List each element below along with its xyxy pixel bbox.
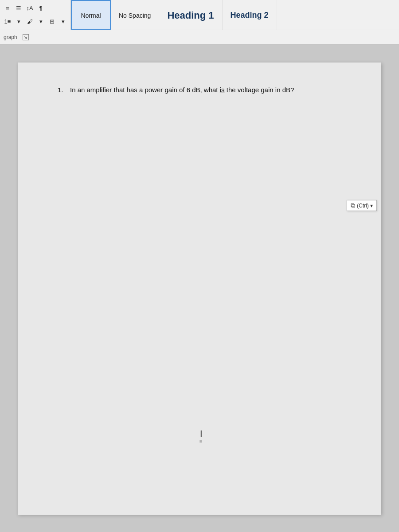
paste-tooltip-label: (Ctrl) ▾ [357,203,373,209]
style-normal-label: Normal [81,12,101,19]
expand-paragraph-icon[interactable]: ↘ [23,34,29,40]
question-1: 1. In an amplifier that has a power gain… [58,85,350,95]
align-center-icon[interactable]: ☰ [14,3,23,13]
sort-icon[interactable]: ↕A [25,3,35,13]
paragraph-label: graph [4,34,17,40]
ribbon-bottom-left: graph ↘ [4,34,29,40]
document-area: 1. In an amplifier that has a power gain… [0,45,399,532]
cursor-area: I ≡ [200,429,203,444]
dropdown-arrow-1[interactable]: ▾ [14,17,23,27]
style-heading2-button[interactable]: Heading 2 [223,0,277,30]
style-heading1-button[interactable]: Heading 1 [159,0,222,30]
style-heading1-label: Heading 1 [167,10,214,21]
tool-row-1: ≡ ☰ ↕A ¶ [3,3,68,13]
expand-arrow: ↘ [24,35,27,39]
paste-icon: ⧉ [351,202,355,209]
style-no-spacing-button[interactable]: No Spacing [111,0,159,30]
align-left-icon[interactable]: ≡ [3,3,12,13]
style-no-spacing-label: No Spacing [119,12,151,19]
ribbon: ≡ ☰ ↕A ¶ 1≡ ▾ 🖌 ▾ ⊞ ▾ Normal No Spacing [0,0,399,45]
highlight-icon[interactable]: 🖌 [25,17,35,27]
question-number: 1. [58,85,66,95]
underline-is: is [220,86,225,94]
dropdown-arrow-2[interactable]: ▾ [36,17,46,27]
styles-section: Normal No Spacing Heading 1 Heading 2 [70,0,399,30]
pilcrow-icon[interactable]: ¶ [36,3,46,13]
table-icon[interactable]: ⊞ [47,17,57,27]
document-page[interactable]: 1. In an amplifier that has a power gain… [18,63,381,515]
text-cursor-icon: I [200,429,203,439]
style-heading2-label: Heading 2 [231,11,269,20]
ribbon-bottom: graph ↘ Styles [0,30,399,44]
doc-content: 1. In an amplifier that has a power gain… [58,85,350,95]
question-text: In an amplifier that has a power gain of… [70,85,294,95]
ribbon-top: ≡ ☰ ↕A ¶ 1≡ ▾ 🖌 ▾ ⊞ ▾ Normal No Spacing [0,0,399,30]
line-spacing-icon[interactable]: 1≡ [3,17,12,27]
dropdown-arrow-3[interactable]: ▾ [58,17,68,27]
tool-row-2: 1≡ ▾ 🖌 ▾ ⊞ ▾ [3,17,68,27]
style-normal-button[interactable]: Normal [71,0,111,30]
left-tools: ≡ ☰ ↕A ¶ 1≡ ▾ 🖌 ▾ ⊞ ▾ [0,0,70,30]
paste-tooltip[interactable]: ⧉ (Ctrl) ▾ [347,200,377,211]
cursor-lines-icon: ≡ [200,439,203,444]
